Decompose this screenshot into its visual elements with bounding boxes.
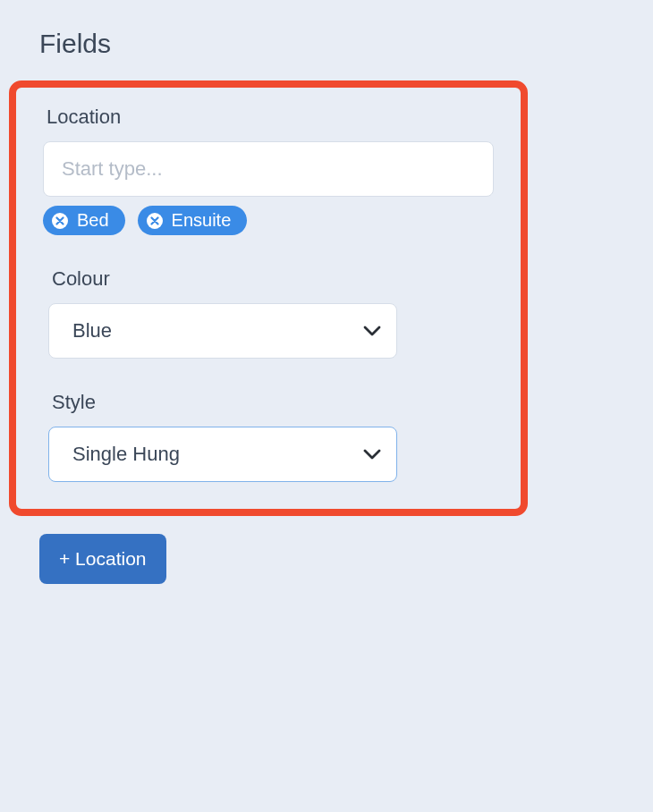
location-field-group: Location Bed Ensuite (43, 106, 494, 235)
style-select[interactable]: Single Hung (48, 427, 397, 482)
fields-highlight-box: Location Bed Ensuite Colour Blue (9, 80, 528, 516)
colour-field-group: Colour Blue (48, 267, 494, 359)
remove-icon[interactable] (52, 213, 68, 229)
tag-ensuite[interactable]: Ensuite (138, 206, 248, 235)
page-title: Fields (0, 0, 653, 59)
tag-bed[interactable]: Bed (43, 206, 125, 235)
colour-selected-value: Blue (72, 319, 112, 343)
style-label: Style (52, 391, 494, 414)
tag-label: Bed (77, 210, 109, 231)
add-location-button[interactable]: + Location (39, 534, 166, 584)
colour-label: Colour (52, 267, 494, 291)
colour-select[interactable]: Blue (48, 303, 397, 359)
location-tags-row: Bed Ensuite (43, 206, 494, 235)
location-input[interactable] (43, 141, 494, 197)
colour-select-wrapper: Blue (48, 303, 397, 359)
tag-label: Ensuite (172, 210, 232, 231)
location-label: Location (47, 106, 494, 129)
style-selected-value: Single Hung (72, 443, 180, 466)
style-field-group: Style Single Hung (48, 391, 494, 482)
remove-icon[interactable] (147, 213, 163, 229)
style-select-wrapper: Single Hung (48, 427, 397, 482)
